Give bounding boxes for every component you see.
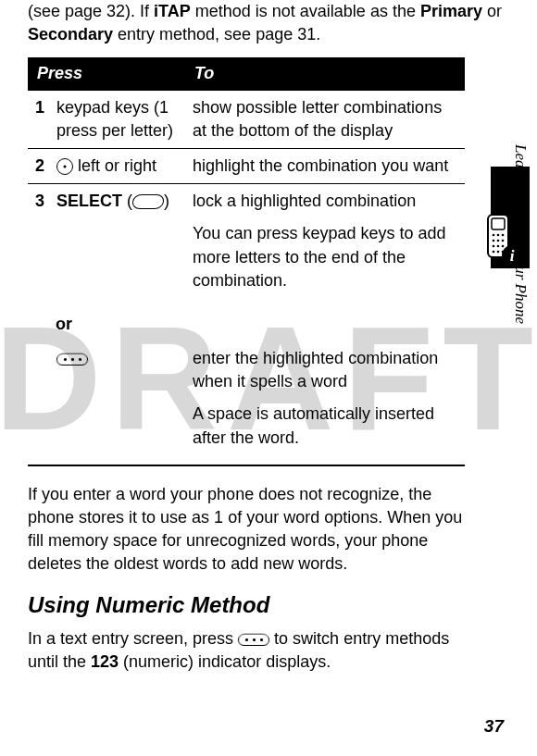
nav-key-icon bbox=[56, 158, 73, 175]
table-row: 3 SELECT () lock a highlighted combinati… bbox=[28, 184, 465, 307]
flat-key-icon bbox=[237, 634, 270, 646]
table-row: enter the highlighted combination when i… bbox=[28, 341, 465, 465]
svg-point-4 bbox=[497, 234, 500, 237]
to-cell-extra: A space is automatically inserted after … bbox=[193, 403, 457, 449]
to-cell: show possible letter combinations at the… bbox=[185, 91, 465, 149]
numeric-indicator: 123 bbox=[91, 652, 119, 671]
step-number: 2 bbox=[35, 155, 52, 178]
table-row: or bbox=[28, 307, 465, 341]
svg-point-6 bbox=[493, 240, 495, 242]
step-number: 3 bbox=[35, 190, 52, 213]
table-row: 2 left or right highlight the combinatio… bbox=[28, 148, 465, 183]
svg-point-3 bbox=[493, 234, 495, 237]
page-number: 37 bbox=[484, 714, 504, 739]
numeric-paragraph: In a text entry screen, press to switch … bbox=[28, 627, 481, 674]
svg-point-10 bbox=[497, 245, 500, 248]
body-paragraph: If you enter a word your phone does not … bbox=[28, 483, 481, 576]
press-cell: keypad keys (1 press per letter) bbox=[56, 96, 177, 143]
press-cell: left or right bbox=[73, 156, 156, 175]
step-number: 1 bbox=[35, 96, 52, 119]
or-label: or bbox=[35, 313, 178, 336]
term-primary: Primary bbox=[420, 2, 482, 20]
svg-point-13 bbox=[497, 251, 500, 254]
select-label: SELECT bbox=[56, 192, 122, 210]
to-cell: enter the highlighted combination when i… bbox=[193, 347, 457, 393]
section-heading: Using Numeric Method bbox=[28, 589, 502, 621]
instructions-table: Press To 1 keypad keys (1 press per lett… bbox=[28, 57, 465, 465]
table-header-to: To bbox=[185, 57, 465, 90]
side-chapter-strip: i Learning to Use Your Phone bbox=[489, 167, 530, 685]
to-cell: highlight the combination you want bbox=[185, 148, 465, 183]
term-itap: iTAP bbox=[154, 2, 191, 20]
flat-key-icon bbox=[56, 353, 89, 366]
svg-point-9 bbox=[493, 245, 495, 248]
soft-key-icon bbox=[131, 194, 165, 209]
svg-point-11 bbox=[502, 245, 505, 248]
table-row: 1 keypad keys (1 press per letter) show … bbox=[28, 91, 465, 149]
svg-point-8 bbox=[502, 240, 505, 242]
svg-point-7 bbox=[497, 240, 500, 242]
svg-point-12 bbox=[493, 251, 495, 254]
intro-paragraph: (see page 32). If iTAP method is not ava… bbox=[28, 0, 502, 46]
to-cell: lock a highlighted combination bbox=[193, 190, 457, 213]
table-header-press: Press bbox=[28, 57, 185, 90]
term-secondary: Secondary bbox=[28, 25, 113, 43]
svg-text:i: i bbox=[510, 247, 515, 265]
svg-point-5 bbox=[502, 234, 505, 237]
phone-info-icon: i bbox=[482, 213, 525, 268]
to-cell-extra: You can press keypad keys to add more le… bbox=[193, 222, 457, 292]
